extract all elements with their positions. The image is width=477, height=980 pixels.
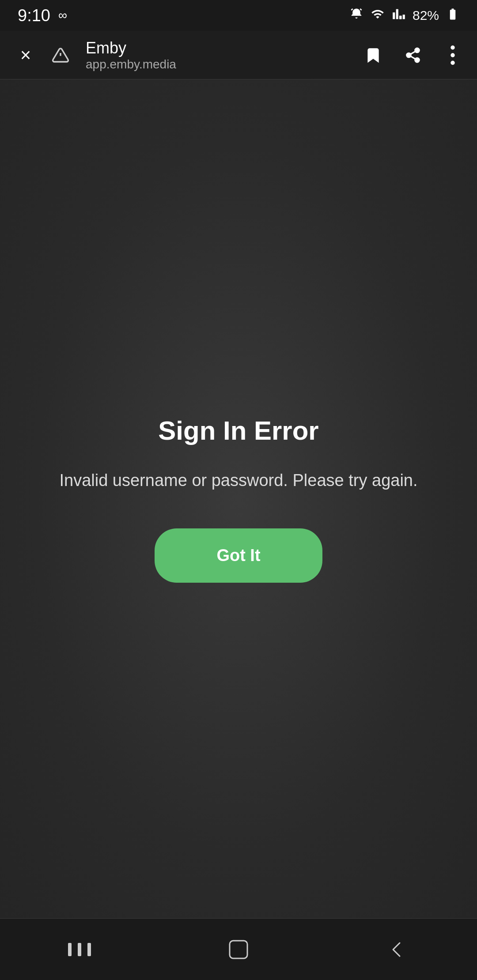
svg-point-2 bbox=[415, 48, 420, 53]
bookmark-button[interactable] bbox=[361, 43, 385, 67]
voicemail-icon: ∞ bbox=[58, 8, 67, 23]
navigation-bar bbox=[0, 918, 477, 980]
close-tab-button[interactable]: × bbox=[12, 42, 39, 68]
svg-point-3 bbox=[407, 53, 411, 57]
svg-line-5 bbox=[411, 56, 416, 59]
error-title: Sign In Error bbox=[158, 415, 318, 446]
battery-level: 82% bbox=[413, 8, 439, 23]
more-options-button[interactable] bbox=[441, 43, 465, 67]
alarm-icon bbox=[350, 8, 363, 24]
share-button[interactable] bbox=[401, 43, 425, 67]
recent-apps-button[interactable] bbox=[57, 927, 102, 972]
svg-point-4 bbox=[415, 58, 420, 62]
browser-toolbar: × Emby app.emby.media bbox=[0, 31, 477, 79]
home-button[interactable] bbox=[216, 927, 261, 972]
site-name: Emby bbox=[86, 39, 351, 57]
security-warning-icon bbox=[49, 44, 72, 66]
status-time: 9:10 bbox=[18, 6, 50, 25]
svg-point-8 bbox=[450, 53, 454, 57]
status-bar: 9:10 ∞ 82% bbox=[0, 0, 477, 31]
signal-icon bbox=[392, 8, 405, 24]
svg-line-6 bbox=[411, 51, 416, 54]
svg-rect-13 bbox=[230, 941, 247, 958]
status-left: 9:10 ∞ bbox=[18, 6, 67, 25]
got-it-button[interactable]: Got It bbox=[155, 528, 322, 583]
status-right: 82% bbox=[350, 8, 459, 24]
site-info: Emby app.emby.media bbox=[86, 39, 351, 72]
main-content: Sign In Error Invalid username or passwo… bbox=[0, 79, 477, 918]
back-button[interactable] bbox=[375, 927, 420, 972]
svg-point-7 bbox=[450, 45, 454, 49]
svg-rect-10 bbox=[68, 943, 72, 956]
battery-icon bbox=[446, 8, 459, 24]
toolbar-actions bbox=[361, 43, 465, 67]
error-message: Invalid username or password. Please try… bbox=[59, 468, 417, 493]
svg-point-9 bbox=[450, 60, 454, 64]
svg-rect-11 bbox=[78, 943, 81, 956]
site-url: app.emby.media bbox=[86, 57, 351, 72]
wifi-icon bbox=[370, 8, 385, 24]
svg-rect-12 bbox=[87, 943, 91, 956]
